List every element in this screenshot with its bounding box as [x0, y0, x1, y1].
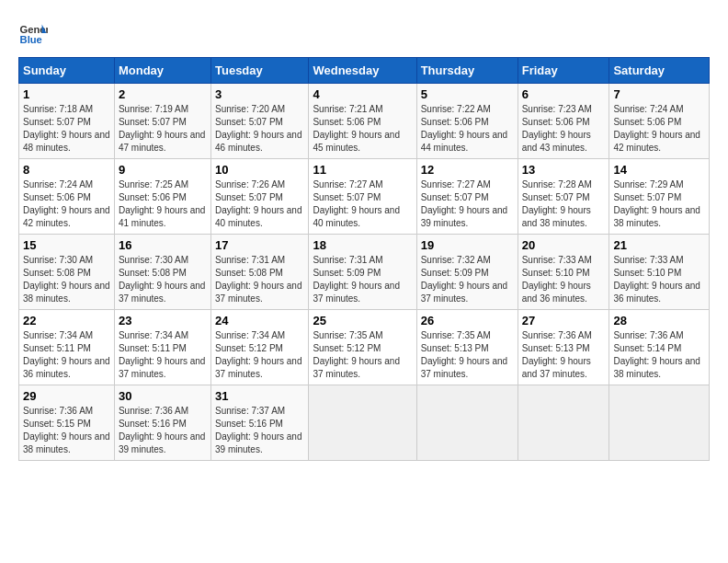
- day-number: 15: [23, 238, 110, 252]
- day-number: 28: [613, 314, 705, 327]
- calendar-cell: 31 Sunrise: 7:37 AMSunset: 5:16 PMDaylig…: [210, 385, 308, 461]
- calendar-cell: 19 Sunrise: 7:32 AMSunset: 5:09 PMDaylig…: [416, 235, 518, 310]
- day-info: Sunrise: 7:37 AMSunset: 5:16 PMDaylight:…: [215, 406, 302, 454]
- svg-text:Blue: Blue: [20, 34, 42, 45]
- day-number: 5: [421, 87, 514, 101]
- page-header: General Blue: [18, 18, 710, 48]
- calendar-cell: 30 Sunrise: 7:36 AMSunset: 5:16 PMDaylig…: [114, 385, 210, 461]
- calendar-cell: 10 Sunrise: 7:26 AMSunset: 5:07 PMDaylig…: [210, 159, 308, 235]
- day-info: Sunrise: 7:34 AMSunset: 5:12 PMDaylight:…: [215, 330, 302, 379]
- day-info: Sunrise: 7:24 AMSunset: 5:06 PMDaylight:…: [23, 179, 110, 228]
- calendar-cell: 11 Sunrise: 7:27 AMSunset: 5:07 PMDaylig…: [309, 159, 416, 235]
- calendar-cell: 23 Sunrise: 7:34 AMSunset: 5:11 PMDaylig…: [114, 310, 210, 385]
- day-info: Sunrise: 7:34 AMSunset: 5:11 PMDaylight:…: [23, 330, 110, 379]
- calendar-cell: 3 Sunrise: 7:20 AMSunset: 5:07 PMDayligh…: [210, 84, 308, 159]
- calendar-cell: 1 Sunrise: 7:18 AMSunset: 5:07 PMDayligh…: [19, 84, 115, 159]
- calendar-cell: 17 Sunrise: 7:31 AMSunset: 5:08 PMDaylig…: [210, 235, 308, 310]
- calendar-cell: [609, 385, 710, 461]
- calendar-cell: 21 Sunrise: 7:33 AMSunset: 5:10 PMDaylig…: [609, 235, 710, 310]
- day-number: 7: [613, 87, 705, 101]
- day-info: Sunrise: 7:27 AMSunset: 5:07 PMDaylight:…: [421, 179, 508, 228]
- day-info: Sunrise: 7:18 AMSunset: 5:07 PMDaylight:…: [23, 104, 110, 153]
- day-info: Sunrise: 7:22 AMSunset: 5:06 PMDaylight:…: [421, 104, 508, 153]
- day-info: Sunrise: 7:20 AMSunset: 5:07 PMDaylight:…: [215, 104, 302, 153]
- day-number: 13: [522, 163, 606, 177]
- logo-icon: General Blue: [18, 18, 48, 48]
- calendar-cell: 18 Sunrise: 7:31 AMSunset: 5:09 PMDaylig…: [309, 235, 416, 310]
- calendar-cell: 8 Sunrise: 7:24 AMSunset: 5:06 PMDayligh…: [19, 159, 115, 235]
- day-number: 26: [421, 314, 514, 327]
- calendar-cell: 5 Sunrise: 7:22 AMSunset: 5:06 PMDayligh…: [416, 84, 518, 159]
- calendar-cell: 20 Sunrise: 7:33 AMSunset: 5:10 PMDaylig…: [518, 235, 609, 310]
- day-info: Sunrise: 7:31 AMSunset: 5:08 PMDaylight:…: [215, 255, 302, 304]
- day-info: Sunrise: 7:33 AMSunset: 5:10 PMDaylight:…: [522, 255, 592, 304]
- day-number: 3: [215, 87, 304, 101]
- calendar-cell: 2 Sunrise: 7:19 AMSunset: 5:07 PMDayligh…: [114, 84, 210, 159]
- day-number: 20: [522, 238, 606, 252]
- calendar-cell: 28 Sunrise: 7:36 AMSunset: 5:14 PMDaylig…: [609, 310, 710, 385]
- day-info: Sunrise: 7:36 AMSunset: 5:16 PMDaylight:…: [119, 406, 206, 454]
- day-number: 17: [215, 238, 304, 252]
- calendar-cell: 13 Sunrise: 7:28 AMSunset: 5:07 PMDaylig…: [518, 159, 609, 235]
- day-number: 27: [522, 314, 606, 327]
- calendar-cell: 26 Sunrise: 7:35 AMSunset: 5:13 PMDaylig…: [416, 310, 518, 385]
- day-info: Sunrise: 7:30 AMSunset: 5:08 PMDaylight:…: [23, 255, 110, 304]
- calendar-table: SundayMondayTuesdayWednesdayThursdayFrid…: [18, 57, 710, 461]
- calendar-cell: 7 Sunrise: 7:24 AMSunset: 5:06 PMDayligh…: [609, 84, 710, 159]
- col-header-thursday: Thursday: [416, 58, 518, 84]
- day-info: Sunrise: 7:31 AMSunset: 5:09 PMDaylight:…: [313, 255, 400, 304]
- day-number: 4: [313, 87, 412, 101]
- col-header-wednesday: Wednesday: [309, 58, 416, 84]
- day-number: 31: [215, 389, 304, 403]
- day-info: Sunrise: 7:36 AMSunset: 5:15 PMDaylight:…: [23, 406, 110, 454]
- day-info: Sunrise: 7:25 AMSunset: 5:06 PMDaylight:…: [119, 179, 206, 228]
- calendar-cell: [416, 385, 518, 461]
- day-info: Sunrise: 7:19 AMSunset: 5:07 PMDaylight:…: [119, 104, 206, 153]
- day-number: 19: [421, 238, 514, 252]
- calendar-cell: 6 Sunrise: 7:23 AMSunset: 5:06 PMDayligh…: [518, 84, 609, 159]
- day-number: 29: [23, 389, 110, 403]
- day-number: 9: [119, 163, 207, 177]
- day-info: Sunrise: 7:23 AMSunset: 5:06 PMDaylight:…: [522, 104, 592, 153]
- day-info: Sunrise: 7:36 AMSunset: 5:13 PMDaylight:…: [522, 330, 592, 379]
- day-info: Sunrise: 7:30 AMSunset: 5:08 PMDaylight:…: [119, 255, 206, 304]
- day-number: 16: [119, 238, 207, 252]
- day-number: 22: [23, 314, 110, 327]
- day-info: Sunrise: 7:35 AMSunset: 5:12 PMDaylight:…: [313, 330, 400, 379]
- day-number: 8: [23, 163, 110, 177]
- day-number: 23: [119, 314, 207, 327]
- calendar-cell: 15 Sunrise: 7:30 AMSunset: 5:08 PMDaylig…: [19, 235, 115, 310]
- day-number: 14: [613, 163, 705, 177]
- col-header-monday: Monday: [114, 58, 210, 84]
- calendar-cell: [518, 385, 609, 461]
- day-info: Sunrise: 7:27 AMSunset: 5:07 PMDaylight:…: [313, 179, 400, 228]
- day-info: Sunrise: 7:34 AMSunset: 5:11 PMDaylight:…: [119, 330, 206, 379]
- day-number: 11: [313, 163, 412, 177]
- calendar-cell: 27 Sunrise: 7:36 AMSunset: 5:13 PMDaylig…: [518, 310, 609, 385]
- day-number: 25: [313, 314, 412, 327]
- calendar-cell: 9 Sunrise: 7:25 AMSunset: 5:06 PMDayligh…: [114, 159, 210, 235]
- calendar-cell: 16 Sunrise: 7:30 AMSunset: 5:08 PMDaylig…: [114, 235, 210, 310]
- day-info: Sunrise: 7:36 AMSunset: 5:14 PMDaylight:…: [613, 330, 700, 379]
- day-info: Sunrise: 7:32 AMSunset: 5:09 PMDaylight:…: [421, 255, 508, 304]
- day-number: 1: [23, 87, 110, 101]
- calendar-cell: 29 Sunrise: 7:36 AMSunset: 5:15 PMDaylig…: [19, 385, 115, 461]
- day-info: Sunrise: 7:29 AMSunset: 5:07 PMDaylight:…: [613, 179, 700, 228]
- day-number: 2: [119, 87, 207, 101]
- day-number: 10: [215, 163, 304, 177]
- day-number: 24: [215, 314, 304, 327]
- day-number: 21: [613, 238, 705, 252]
- day-info: Sunrise: 7:33 AMSunset: 5:10 PMDaylight:…: [613, 255, 700, 304]
- col-header-sunday: Sunday: [19, 58, 115, 84]
- day-number: 12: [421, 163, 514, 177]
- day-info: Sunrise: 7:21 AMSunset: 5:06 PMDaylight:…: [313, 104, 400, 153]
- calendar-cell: [309, 385, 416, 461]
- calendar-cell: 24 Sunrise: 7:34 AMSunset: 5:12 PMDaylig…: [210, 310, 308, 385]
- day-info: Sunrise: 7:28 AMSunset: 5:07 PMDaylight:…: [522, 179, 592, 228]
- day-info: Sunrise: 7:24 AMSunset: 5:06 PMDaylight:…: [613, 104, 700, 153]
- calendar-cell: 12 Sunrise: 7:27 AMSunset: 5:07 PMDaylig…: [416, 159, 518, 235]
- day-info: Sunrise: 7:35 AMSunset: 5:13 PMDaylight:…: [421, 330, 508, 379]
- day-info: Sunrise: 7:26 AMSunset: 5:07 PMDaylight:…: [215, 179, 302, 228]
- col-header-saturday: Saturday: [609, 58, 710, 84]
- calendar-cell: 14 Sunrise: 7:29 AMSunset: 5:07 PMDaylig…: [609, 159, 710, 235]
